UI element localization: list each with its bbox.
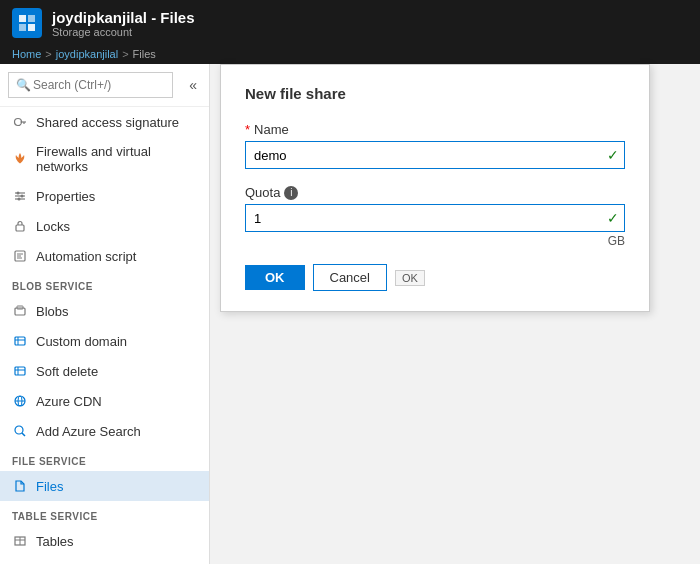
name-field-group: * Name ✓ xyxy=(245,122,625,169)
table-icon xyxy=(12,533,28,549)
breadcrumb-home[interactable]: Home xyxy=(12,48,41,60)
svg-rect-13 xyxy=(16,225,24,231)
search-input[interactable] xyxy=(8,72,173,98)
svg-rect-20 xyxy=(15,337,25,345)
sidebar-label-custom-domain: Custom domain xyxy=(36,334,127,349)
top-bar: joydipkanjilal - Files Storage account xyxy=(0,0,700,46)
sidebar-item-properties[interactable]: Properties xyxy=(0,181,209,211)
sidebar-item-custom-domain[interactable]: Custom domain xyxy=(0,326,209,356)
sidebar-item-soft-delete[interactable]: Soft delete xyxy=(0,356,209,386)
sidebar-item-blobs[interactable]: Blobs xyxy=(0,296,209,326)
files-icon xyxy=(12,478,28,494)
sidebar-label-soft-delete: Soft delete xyxy=(36,364,98,379)
sidebar-item-shared-access[interactable]: Shared access signature xyxy=(0,107,209,137)
file-service-label: FILE SERVICE xyxy=(0,446,209,471)
delete-icon xyxy=(12,363,28,379)
table-service-label: TABLE SERVICE xyxy=(0,501,209,526)
ok-tooltip: OK xyxy=(395,270,425,286)
lock-icon xyxy=(12,218,28,234)
quota-field-group: Quota i ✓ GB xyxy=(245,185,625,248)
sidebar-label-blobs: Blobs xyxy=(36,304,69,319)
quota-suffix: GB xyxy=(245,234,625,248)
quota-label: Quota i xyxy=(245,185,625,200)
blob-icon xyxy=(12,303,28,319)
breadcrumb: Home > joydipkanjilal > Files xyxy=(0,46,700,64)
sidebar-label-shared-access: Shared access signature xyxy=(36,115,179,130)
sidebar-label-add-search: Add Azure Search xyxy=(36,424,141,439)
sidebar-content: Shared access signature Firewalls and vi… xyxy=(0,107,209,564)
sidebar-item-firewalls[interactable]: Firewalls and virtual networks xyxy=(0,137,209,181)
svg-rect-0 xyxy=(19,15,26,22)
quota-input[interactable] xyxy=(245,204,625,232)
quota-input-wrapper: ✓ xyxy=(245,204,625,232)
sidebar-label-firewalls: Firewalls and virtual networks xyxy=(36,144,197,174)
sidebar-label-files: Files xyxy=(36,479,63,494)
cdn-icon xyxy=(12,393,28,409)
dialog-overlay: New file share * Name ✓ Quota i xyxy=(210,64,700,564)
breadcrumb-sep1: > xyxy=(45,48,51,60)
search-box: 🔍 « xyxy=(0,64,209,107)
svg-line-30 xyxy=(22,433,25,436)
sidebar-item-files[interactable]: Files xyxy=(0,471,209,501)
script-icon xyxy=(12,248,28,264)
ok-button[interactable]: OK xyxy=(245,265,305,290)
sidebar-label-automation: Automation script xyxy=(36,249,136,264)
page-subtitle: Storage account xyxy=(52,26,195,38)
sliders-icon xyxy=(12,188,28,204)
breadcrumb-account[interactable]: joydipkanjilal xyxy=(56,48,118,60)
svg-rect-1 xyxy=(28,15,35,22)
dialog-buttons: OK Cancel OK xyxy=(245,264,625,291)
name-check-icon: ✓ xyxy=(607,147,619,163)
name-input-wrapper: ✓ xyxy=(245,141,625,169)
key-icon xyxy=(12,114,28,130)
sidebar-label-locks: Locks xyxy=(36,219,70,234)
logo xyxy=(12,8,42,38)
search-blob-icon xyxy=(12,423,28,439)
sidebar-item-automation[interactable]: Automation script xyxy=(0,241,209,271)
collapse-button[interactable]: « xyxy=(185,75,201,95)
sidebar-label-tables: Tables xyxy=(36,534,74,549)
svg-point-4 xyxy=(15,119,22,126)
svg-point-10 xyxy=(17,192,20,195)
top-bar-text: joydipkanjilal - Files Storage account xyxy=(52,9,195,38)
name-input[interactable] xyxy=(245,141,625,169)
sidebar-label-azure-cdn: Azure CDN xyxy=(36,394,102,409)
sidebar-item-add-azure-search[interactable]: Add Azure Search xyxy=(0,416,209,446)
content-area: + File share Refresh New file share * Na… xyxy=(210,64,700,564)
svg-rect-2 xyxy=(19,24,26,31)
quota-check-icon: ✓ xyxy=(607,210,619,226)
name-label: * Name xyxy=(245,122,625,137)
dialog-title: New file share xyxy=(245,85,625,102)
breadcrumb-sep2: > xyxy=(122,48,128,60)
quota-info-icon[interactable]: i xyxy=(284,186,298,200)
search-icon: 🔍 xyxy=(16,78,31,92)
flame-icon xyxy=(12,151,28,167)
svg-rect-3 xyxy=(28,24,35,31)
sidebar-item-azure-cdn[interactable]: Azure CDN xyxy=(0,386,209,416)
sidebar: 🔍 « Shared access signature Firewalls an… xyxy=(0,64,210,564)
cancel-button[interactable]: Cancel xyxy=(313,264,387,291)
svg-point-12 xyxy=(18,198,21,201)
sidebar-label-properties: Properties xyxy=(36,189,95,204)
page-title: joydipkanjilal - Files xyxy=(52,9,195,26)
required-star: * xyxy=(245,122,250,137)
domain-icon xyxy=(12,333,28,349)
sidebar-item-tables[interactable]: Tables xyxy=(0,526,209,556)
svg-point-29 xyxy=(15,426,23,434)
breadcrumb-current: Files xyxy=(133,48,156,60)
new-file-share-dialog: New file share * Name ✓ Quota i xyxy=(220,64,650,312)
sidebar-item-locks[interactable]: Locks xyxy=(0,211,209,241)
svg-point-11 xyxy=(21,195,24,198)
blob-service-label: BLOB SERVICE xyxy=(0,271,209,296)
main-layout: 🔍 « Shared access signature Firewalls an… xyxy=(0,64,700,564)
svg-rect-23 xyxy=(15,367,25,375)
